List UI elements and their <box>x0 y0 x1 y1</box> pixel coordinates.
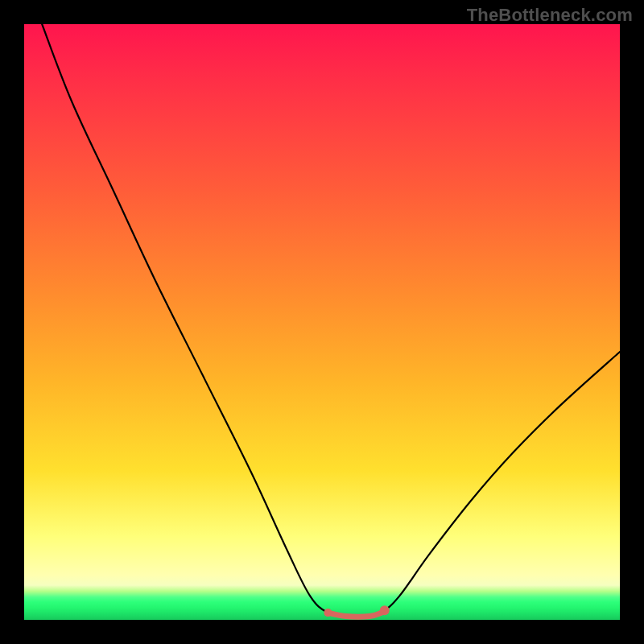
plot-area <box>24 24 620 620</box>
chart-frame: TheBottleneck.com <box>0 0 644 644</box>
series-flat-highlight-segment <box>328 613 382 617</box>
marker-1 <box>380 605 390 615</box>
series-bottleneck-curve <box>42 24 620 617</box>
curve-layer <box>24 24 620 620</box>
marker-0 <box>324 609 332 617</box>
watermark-text: TheBottleneck.com <box>467 5 633 26</box>
